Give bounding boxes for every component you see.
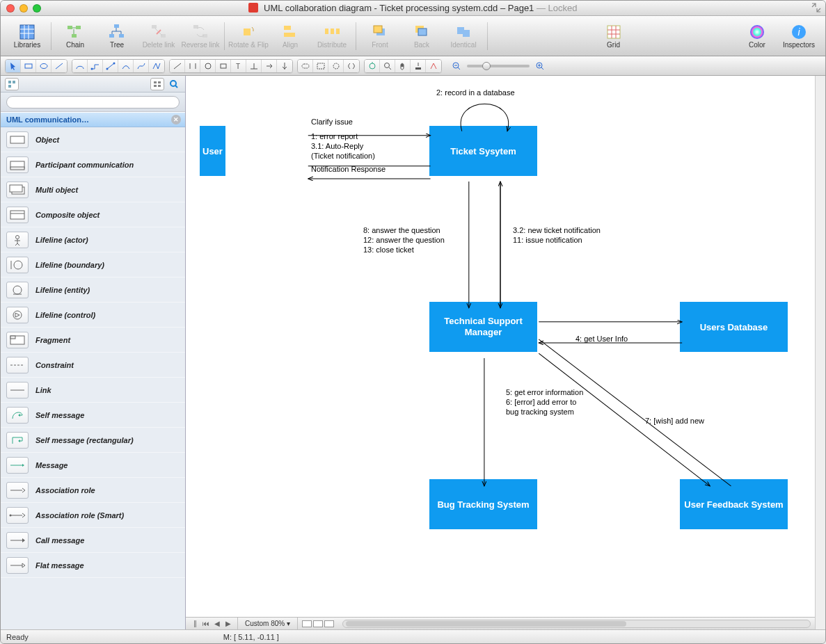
rotate-flip-button[interactable]: Rotate & Flip xyxy=(228,19,269,54)
grid-button[interactable]: Grid xyxy=(593,19,635,54)
front-button[interactable]: Front xyxy=(359,19,401,54)
library-header[interactable]: UML communication… ✕ xyxy=(1,112,185,127)
h-scrollbar[interactable] xyxy=(342,620,811,628)
zoom-slider[interactable] xyxy=(452,61,545,71)
back-button[interactable]: Back xyxy=(401,19,443,54)
page-thumb-3[interactable] xyxy=(324,620,334,627)
shape-3[interactable] xyxy=(328,60,344,72)
page-thumb-1[interactable] xyxy=(302,620,312,627)
svg-rect-24 xyxy=(374,26,382,33)
reverse-link-button[interactable]: Reverse link xyxy=(180,19,221,54)
tree-button[interactable]: Tree xyxy=(96,19,138,54)
zoom-out-icon[interactable] xyxy=(452,61,461,71)
delete-link-button[interactable]: Delete link xyxy=(138,19,180,54)
svg-rect-17 xyxy=(244,29,251,35)
identical-button[interactable]: Identical xyxy=(443,19,484,54)
view-5[interactable] xyxy=(426,60,441,72)
library-item[interactable]: Constraint xyxy=(1,353,185,378)
shape-4[interactable] xyxy=(344,60,359,72)
h-scroll-thumb[interactable] xyxy=(346,621,626,627)
nav-first-icon[interactable]: ⏮ xyxy=(201,619,211,629)
connector-2[interactable] xyxy=(88,60,103,72)
text-tool-4[interactable] xyxy=(216,60,231,72)
app-window: UML collaboration diagram - Ticket proce… xyxy=(0,0,826,644)
library-item[interactable]: Participant communication xyxy=(1,152,185,177)
libraries-icon xyxy=(18,23,36,41)
nav-next-icon[interactable]: ▶ xyxy=(223,619,233,629)
connector-5[interactable] xyxy=(134,60,149,72)
inspectors-button[interactable]: i Inspectors xyxy=(778,19,820,54)
line-tool[interactable] xyxy=(51,60,67,72)
svg-rect-29 xyxy=(607,26,620,38)
fullscreen-icon[interactable] xyxy=(811,3,821,13)
view-2[interactable] xyxy=(380,60,395,72)
library-item[interactable]: Lifeline (actor) xyxy=(1,227,185,252)
connector-3[interactable] xyxy=(103,60,118,72)
diagram-canvas[interactable]: User Ticket Sysytem Technical Support Ma… xyxy=(186,76,815,617)
library-item[interactable]: Call message xyxy=(1,528,185,553)
nav-prev-icon[interactable]: ◀ xyxy=(212,619,222,629)
view-1[interactable] xyxy=(365,60,380,72)
node-user[interactable]: User xyxy=(200,126,225,176)
text-tool-5[interactable]: T xyxy=(231,60,246,72)
secondary-toolbar: T xyxy=(1,56,825,76)
sidebar-search-input[interactable] xyxy=(6,96,180,108)
library-item[interactable]: Composite object xyxy=(1,202,185,227)
shape-2[interactable] xyxy=(313,60,328,72)
text-tool-6[interactable] xyxy=(246,60,262,72)
chain-button[interactable]: Chain xyxy=(54,19,96,54)
view-4[interactable] xyxy=(411,60,426,72)
nav-pause-icon[interactable]: ‖ xyxy=(190,619,200,629)
v-scrollbar[interactable] xyxy=(815,76,825,629)
library-item[interactable]: Link xyxy=(1,378,185,403)
distribute-button[interactable]: Distribute xyxy=(311,19,353,54)
library-close-icon[interactable]: ✕ xyxy=(171,115,181,124)
text-tool-7[interactable] xyxy=(262,60,277,72)
align-button[interactable]: Align xyxy=(269,19,311,54)
library-item[interactable]: Association role (Smart) xyxy=(1,503,185,528)
library-item[interactable]: Lifeline (entity) xyxy=(1,277,185,303)
library-item[interactable]: Self message (rectangular) xyxy=(1,428,185,453)
library-item[interactable]: Self message xyxy=(1,403,185,428)
text-tool-2[interactable] xyxy=(185,60,200,72)
library-item[interactable]: Flat message xyxy=(1,553,185,578)
ellipse-tool[interactable] xyxy=(36,60,51,72)
document-icon xyxy=(248,3,258,13)
libraries-button[interactable]: Libraries xyxy=(6,19,48,54)
sidebar-tab-2[interactable] xyxy=(150,78,164,90)
library-item[interactable]: Lifeline (control) xyxy=(1,303,185,328)
library-item[interactable]: Association role xyxy=(1,478,185,503)
text-tool-3[interactable] xyxy=(200,60,216,72)
shape-1[interactable] xyxy=(298,60,313,72)
color-button[interactable]: Color xyxy=(736,19,778,54)
library-item-icon xyxy=(6,232,29,248)
connector-1[interactable] xyxy=(72,60,88,72)
svg-rect-11 xyxy=(152,25,157,29)
node-tsm[interactable]: Technical Support Manager xyxy=(429,302,537,352)
text-tool-8[interactable] xyxy=(277,60,292,72)
library-item[interactable]: Fragment xyxy=(1,328,185,353)
zoom-track[interactable] xyxy=(467,65,530,67)
library-item[interactable]: Lifeline (boundary) xyxy=(1,252,185,277)
connector-6[interactable] xyxy=(149,60,164,72)
text-tool-1[interactable] xyxy=(170,60,185,72)
node-bts[interactable]: Bug Tracking System xyxy=(429,479,537,529)
svg-rect-66 xyxy=(158,81,161,83)
library-item[interactable]: Object xyxy=(1,127,185,152)
library-item[interactable]: Message xyxy=(1,453,185,478)
page-thumb-2[interactable] xyxy=(313,620,323,627)
node-ticket-system[interactable]: Ticket Sysytem xyxy=(429,126,537,176)
sidebar-search-icon[interactable] xyxy=(167,79,181,89)
hand-tool[interactable] xyxy=(395,60,411,72)
pointer-tool[interactable] xyxy=(6,60,21,72)
toolbar-label: Align xyxy=(283,41,298,49)
node-ufs[interactable]: User Feedback System xyxy=(680,479,788,529)
library-item[interactable]: Multi object xyxy=(1,177,185,202)
connector-4[interactable] xyxy=(118,60,134,72)
node-users-db[interactable]: Users Database xyxy=(680,302,788,352)
sidebar-tab-1[interactable] xyxy=(5,78,19,90)
zoom-thumb[interactable] xyxy=(482,62,491,70)
zoom-readout[interactable]: Custom 80% ▾ xyxy=(237,618,298,629)
rect-tool[interactable] xyxy=(21,60,36,72)
zoom-in-icon[interactable] xyxy=(535,61,545,71)
